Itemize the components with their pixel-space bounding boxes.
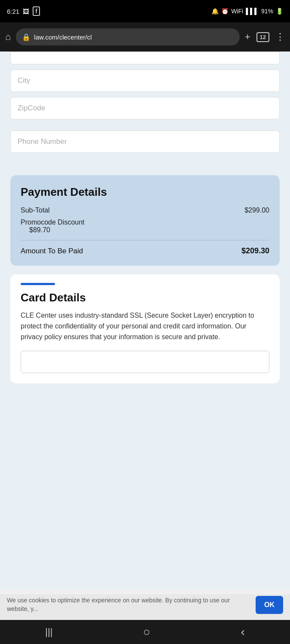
zipcode-placeholder: ZipCode <box>18 104 45 112</box>
subtotal-value: $299.00 <box>244 207 269 214</box>
total-label: Amount To Be Paid <box>21 247 83 255</box>
promo-label: Promocode Discount <box>21 219 85 226</box>
status-bar: 6:21 🖼 f 🔔 ⏰ WiFi ▌▌▌ 91% 🔋 <box>0 0 290 22</box>
facebook-icon: f <box>33 6 40 16</box>
partial-top-input <box>10 52 280 64</box>
city-input[interactable]: City <box>10 70 280 92</box>
more-menu-button[interactable]: ⋮ <box>275 31 285 43</box>
alarm-icon: 🔔 <box>211 8 219 15</box>
clock-icon: ⏰ <box>221 8 229 15</box>
url-text: law.com/clecenter/cl <box>34 33 92 41</box>
card-title: Card Details <box>21 291 269 304</box>
battery-icon: 🔋 <box>276 8 283 15</box>
status-right: 🔔 ⏰ WiFi ▌▌▌ 91% 🔋 <box>211 8 283 15</box>
add-tab-button[interactable]: + <box>245 31 250 43</box>
url-bar[interactable]: 🔒 law.com/clecenter/cl <box>16 28 239 46</box>
subtotal-label: Sub-Total <box>21 207 50 214</box>
payment-title: Payment Details <box>21 185 269 199</box>
browser-home-icon[interactable]: ⌂ <box>5 31 11 43</box>
address-form-section: City ZipCode Phone Number <box>0 70 290 167</box>
zipcode-input[interactable]: ZipCode <box>10 97 280 119</box>
total-row: Amount To Be Paid $209.30 <box>21 246 269 255</box>
battery-display: 91% <box>261 8 273 15</box>
cookie-text: We use cookies to optimize the experienc… <box>7 596 250 613</box>
browser-actions: + 12 ⋮ <box>245 31 285 43</box>
status-left: 6:21 🖼 f <box>7 6 40 16</box>
bottom-nav: ||| ○ ‹ <box>0 620 290 644</box>
subtotal-row: Sub-Total $299.00 <box>21 207 269 214</box>
wifi-icon: WiFi <box>231 8 243 15</box>
card-details-section: Card Details CLE Center uses industry-st… <box>10 274 280 383</box>
promo-value: $89.70 <box>29 226 50 234</box>
card-number-input[interactable] <box>21 351 269 373</box>
phone-placeholder: Phone Number <box>18 137 67 146</box>
time-display: 6:21 <box>7 8 19 15</box>
card-description: CLE Center uses industry-standard SSL (S… <box>21 310 269 342</box>
total-value: $209.30 <box>241 246 269 255</box>
phone-input[interactable]: Phone Number <box>10 131 280 153</box>
payment-details-section: Payment Details Sub-Total $299.00 Promoc… <box>10 175 280 266</box>
promo-row: Promocode Discount $89.70 <box>21 219 269 234</box>
tab-count-badge[interactable]: 12 <box>256 32 269 42</box>
cookie-banner: We use cookies to optimize the experienc… <box>0 590 290 620</box>
nav-menu-icon[interactable]: ||| <box>45 626 52 638</box>
lock-icon: 🔒 <box>22 33 31 41</box>
cookie-ok-button[interactable]: OK <box>256 596 283 614</box>
nav-back-icon[interactable]: ‹ <box>241 625 244 639</box>
nav-home-icon[interactable]: ○ <box>143 625 150 639</box>
signal-icon: ▌▌▌ <box>246 8 259 15</box>
city-placeholder: City <box>18 76 30 85</box>
gallery-icon: 🖼 <box>23 8 29 15</box>
promo-discount-block: Promocode Discount $89.70 <box>21 219 85 234</box>
main-content: City ZipCode Phone Number Payment Detail… <box>0 52 290 594</box>
payment-divider <box>21 240 269 240</box>
card-section-bar <box>21 283 55 285</box>
browser-bar: ⌂ 🔒 law.com/clecenter/cl + 12 ⋮ <box>0 22 290 52</box>
